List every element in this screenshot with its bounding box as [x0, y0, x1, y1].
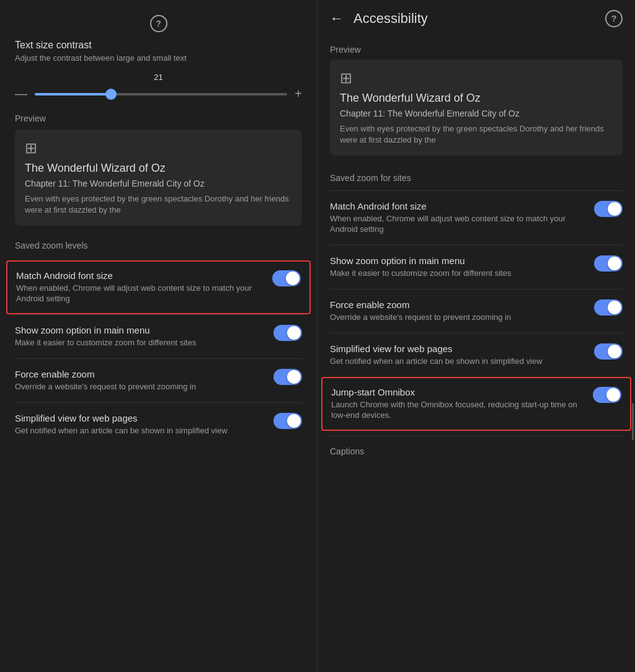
right-preview-subtitle: Chapter 11: The Wonderful Emerald City o… — [340, 108, 613, 118]
setting-item-simplified-view: Simplified view for web pages Get notifi… — [15, 402, 302, 446]
text-size-contrast-title: Text size contrast — [15, 40, 302, 51]
right-preview-label: Preview — [330, 37, 623, 60]
setting-item-match-android: Match Android font size When enabled, Ch… — [6, 260, 311, 314]
left-preview-subtitle: Chapter 11: The Wonderful Emerald City o… — [25, 179, 292, 188]
right-saved-zoom-title: Saved zoom for sites — [330, 166, 623, 190]
right-toggle-jumpstart[interactable] — [593, 387, 621, 403]
right-desc-force-zoom: Override a website's request to prevent … — [330, 312, 584, 323]
left-help-icon-row: ? — [15, 10, 302, 32]
right-name-match-android: Match Android font size — [330, 201, 584, 211]
captions-section-label: Captions — [330, 436, 623, 461]
right-panel: ← Accessibility ? Preview ⊞ The Wonderfu… — [318, 0, 635, 672]
right-help-icon[interactable]: ? — [605, 10, 623, 27]
left-panel: ? Text size contrast Adjust the contrast… — [0, 0, 318, 672]
left-help-icon[interactable]: ? — [150, 15, 167, 32]
slider-fill — [35, 93, 110, 95]
slider-minus-icon[interactable]: — — [15, 87, 27, 101]
right-desc-simplified-view: Get notified when an article can be show… — [330, 356, 584, 367]
setting-name-match-android: Match Android font size — [16, 270, 262, 281]
setting-desc-force-zoom: Override a website's request to prevent … — [15, 382, 264, 392]
right-panel-title: Accessibility — [353, 11, 605, 27]
left-preview-title: The Wonderful Wizard of Oz — [25, 162, 292, 175]
setting-desc-simplified-view: Get notified when an article can be show… — [15, 426, 264, 436]
back-arrow-icon[interactable]: ← — [330, 11, 344, 27]
toggle-simplified-view[interactable] — [273, 413, 302, 429]
right-toggle-simplified-view[interactable] — [594, 343, 623, 360]
book-icon: ⊞ — [25, 139, 292, 157]
left-saved-zoom-title: Saved zoom levels — [15, 241, 302, 250]
setting-name-show-zoom: Show zoom option in main menu — [15, 325, 264, 335]
setting-desc-show-zoom: Make it easier to customize zoom for dif… — [15, 338, 264, 348]
right-name-show-zoom: Show zoom option in main menu — [330, 255, 584, 266]
right-setting-show-zoom: Show zoom option in main menu Make it ea… — [330, 245, 623, 289]
right-desc-jumpstart: Launch Chrome with the Omnibox focused, … — [331, 400, 583, 421]
right-header: ← Accessibility ? — [318, 0, 635, 37]
right-setting-simplified-view: Simplified view for web pages Get notifi… — [330, 333, 623, 377]
right-setting-match-android: Match Android font size When enabled, Ch… — [330, 190, 623, 245]
right-book-icon: ⊞ — [340, 69, 613, 87]
right-toggle-force-zoom[interactable] — [594, 299, 623, 316]
left-preview-card: ⊞ The Wonderful Wizard of Oz Chapter 11:… — [15, 130, 302, 226]
right-name-simplified-view: Simplified view for web pages — [330, 343, 584, 354]
setting-item-force-zoom: Force enable zoom Override a website's r… — [15, 358, 302, 402]
right-setting-force-zoom: Force enable zoom Override a website's r… — [330, 289, 623, 333]
slider-plus-icon[interactable]: + — [295, 87, 302, 101]
right-name-force-zoom: Force enable zoom — [330, 299, 584, 310]
slider-value: 21 — [15, 73, 302, 82]
left-preview-label: Preview — [15, 113, 302, 123]
setting-name-simplified-view: Simplified view for web pages — [15, 413, 264, 423]
slider-thumb[interactable] — [105, 89, 117, 100]
toggle-match-android[interactable] — [272, 270, 301, 286]
slider-row: — + — [15, 87, 302, 101]
toggle-force-zoom[interactable] — [273, 369, 302, 385]
setting-name-force-zoom: Force enable zoom — [15, 369, 264, 379]
right-setting-jumpstart: Jump-start Omnibox Launch Chrome with th… — [321, 377, 631, 431]
setting-item-show-zoom: Show zoom option in main menu Make it ea… — [15, 314, 302, 358]
right-preview-card: ⊞ The Wonderful Wizard of Oz Chapter 11:… — [330, 60, 623, 156]
right-name-jumpstart: Jump-start Omnibox — [331, 387, 583, 397]
toggle-show-zoom[interactable] — [273, 325, 302, 341]
right-toggle-match-android[interactable] — [594, 201, 623, 217]
right-desc-show-zoom: Make it easier to customize zoom for dif… — [330, 268, 584, 279]
right-preview-body: Even with eyes protected by the green sp… — [340, 123, 613, 146]
right-toggle-show-zoom[interactable] — [594, 255, 623, 272]
left-preview-body: Even with eyes protected by the green sp… — [25, 193, 292, 216]
slider-track[interactable] — [35, 93, 287, 95]
scrollbar[interactable] — [632, 403, 634, 440]
right-preview-title: The Wonderful Wizard of Oz — [340, 92, 613, 105]
text-size-contrast-subtitle: Adjust the contrast between large and sm… — [15, 53, 302, 63]
setting-desc-match-android: When enabled, Chrome will adjust web con… — [16, 283, 262, 304]
right-desc-match-android: When enabled, Chrome will adjust web con… — [330, 214, 584, 235]
text-size-contrast-section: Text size contrast Adjust the contrast b… — [15, 40, 302, 101]
